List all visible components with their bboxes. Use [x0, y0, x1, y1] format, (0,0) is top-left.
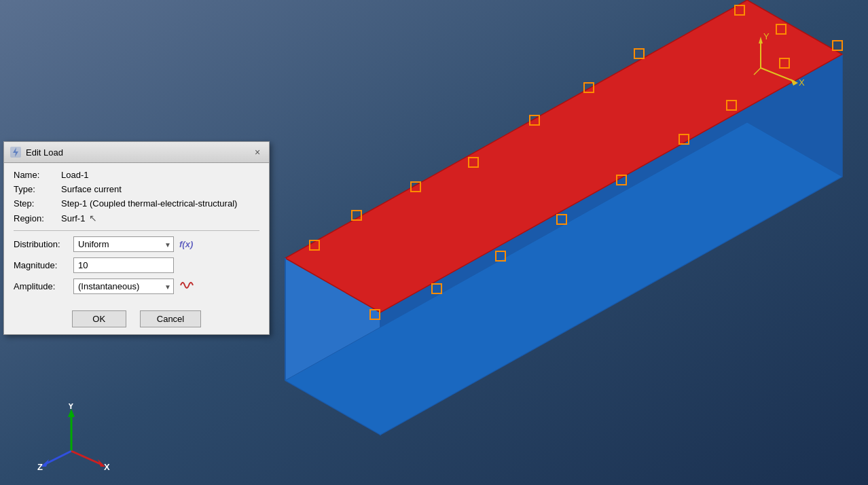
y-axis-label: Y — [68, 403, 74, 411]
type-value: Surface current — [61, 184, 122, 194]
svg-text:X: X — [799, 77, 805, 88]
amplitude-label: Amplitude: — [14, 281, 73, 291]
x-axis-label: X — [104, 462, 110, 471]
z-axis-label: Z — [37, 462, 43, 471]
step-row: Step: Step-1 (Coupled thermal-electrical… — [14, 198, 259, 209]
ok-button[interactable]: OK — [72, 310, 126, 327]
step-value: Step-1 (Coupled thermal-electrical-struc… — [61, 198, 237, 209]
cancel-button[interactable]: Cancel — [140, 310, 201, 327]
close-button[interactable]: × — [251, 146, 264, 158]
svg-text:Y: Y — [763, 31, 770, 41]
amplitude-wave-button[interactable] — [179, 279, 194, 294]
magnitude-label: Magnitude: — [14, 260, 73, 270]
cursor-icon: ↖ — [89, 213, 97, 223]
distribution-row: Distribution: Uniform User-defined ▼ f(x… — [14, 236, 259, 252]
fx-button[interactable]: f(x) — [179, 239, 193, 249]
name-label: Name: — [14, 170, 61, 180]
separator — [14, 230, 259, 231]
region-row: Region: Surf-1 ↖ — [14, 213, 259, 223]
type-label: Type: — [14, 184, 61, 194]
magnitude-row: Magnitude: — [14, 257, 259, 273]
wave-icon — [179, 279, 194, 291]
amplitude-row: Amplitude: (Instantaneous) Ramp Step ▼ — [14, 279, 259, 294]
region-value: Surf-1 — [61, 213, 85, 223]
axis-indicator: Y Z X — [34, 403, 115, 471]
distribution-label: Distribution: — [14, 239, 73, 249]
dialog-title: Edit Load — [26, 147, 63, 158]
dialog-footer: OK Cancel — [4, 308, 269, 334]
distribution-select[interactable]: Uniform User-defined — [73, 236, 174, 252]
region-label: Region: — [14, 213, 61, 223]
edit-load-dialog: Edit Load × Name: Load-1 Type: Surface c… — [3, 141, 270, 335]
distribution-select-wrapper[interactable]: Uniform User-defined ▼ — [73, 236, 174, 252]
svg-line-33 — [44, 451, 71, 465]
magnitude-input[interactable] — [73, 257, 174, 273]
amplitude-select[interactable]: (Instantaneous) Ramp Step — [73, 279, 174, 294]
name-value: Load-1 — [61, 170, 88, 180]
type-row: Type: Surface current — [14, 184, 259, 194]
load-icon — [10, 146, 22, 158]
name-row: Name: Load-1 — [14, 170, 259, 180]
dialog-titlebar: Edit Load × — [4, 142, 269, 163]
svg-line-35 — [71, 451, 102, 465]
amplitude-select-wrapper[interactable]: (Instantaneous) Ramp Step ▼ — [73, 279, 174, 294]
step-label: Step: — [14, 198, 61, 209]
